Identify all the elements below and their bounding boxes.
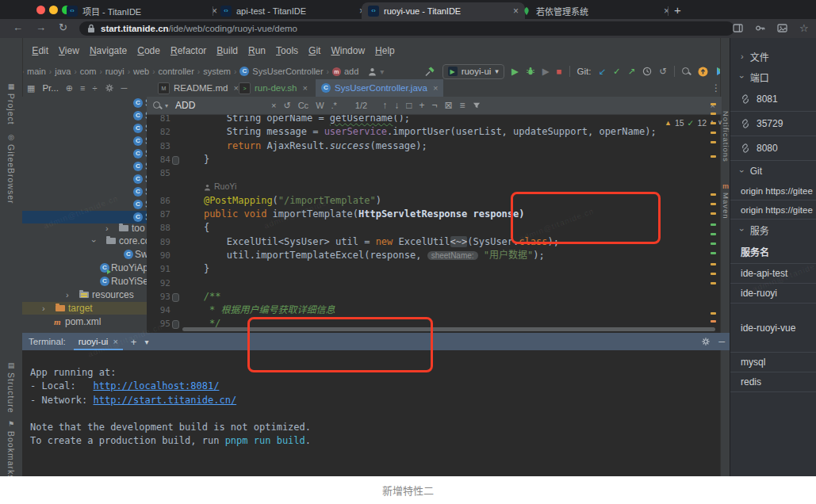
tree-row[interactable]: CS [22,97,147,109]
section-arrow-icon[interactable]: › [737,170,747,173]
media-icon[interactable] [777,23,787,33]
terminal-minimize-icon[interactable]: ─ [718,337,725,346]
tree-row[interactable]: CS [22,160,147,173]
sidebar-section-header[interactable]: ›文件 [730,46,816,67]
tree-arrow-icon[interactable]: › [90,239,99,242]
tree-row[interactable]: CSwa [22,248,147,261]
sidebar-item[interactable]: origin https://gitee [730,181,816,200]
build-hammer-icon[interactable] [424,66,435,77]
clear-search-icon[interactable]: × [271,101,276,110]
tree-row[interactable]: ›core.co [22,235,147,247]
tree-arrow-icon[interactable]: › [105,223,109,233]
tree-row[interactable]: ›resources [22,288,147,301]
tool-strip-button-giteebrowser[interactable]: ◎GiteeBrowser [0,133,22,204]
breadcrumb-item[interactable]: web [133,67,149,76]
tree-row[interactable]: CRuoYiSer [22,275,147,288]
tool-strip-button-project[interactable]: ▦Project [0,82,22,125]
search-history-icon[interactable]: ↺ [283,101,290,111]
tree-row[interactable]: ›target [22,302,147,315]
menu-item-git[interactable]: Git [308,45,320,56]
sidebar-item[interactable]: 8081 [730,87,816,112]
tree-arrow-icon[interactable]: › [66,290,69,300]
section-arrow-icon[interactable]: › [737,75,747,78]
tree-arrow-icon[interactable]: › [42,304,45,313]
fold-marker-icon[interactable] [172,156,179,165]
menu-item-run[interactable]: Run [248,45,266,56]
terminal-link[interactable]: http://start.titanide.cn/ [93,395,236,406]
tool-strip-button-structure[interactable]: ▤Structure [0,361,22,414]
rollback-icon[interactable]: ↺ [659,66,667,77]
tree-row[interactable]: CS [22,147,147,160]
mask-results-icon[interactable]: ⊠ [444,100,452,111]
words-toggle[interactable]: W [316,101,324,110]
git-push-icon[interactable]: ↗ [628,66,636,77]
menu-item-help[interactable]: Help [375,45,395,56]
fold-marker-icon[interactable] [172,320,179,329]
menu-item-navigate[interactable]: Navigate [90,45,127,56]
new-tab-button[interactable]: + [674,3,681,17]
run-button[interactable]: ▶ [511,66,519,77]
menu-item-window[interactable]: Window [331,45,365,56]
tree-row[interactable]: CRuoYiApp [22,262,147,274]
run-coverage-icon[interactable]: ▶ [542,66,550,77]
breadcrumb-method[interactable]: add [344,67,358,76]
update-notification-icon[interactable] [698,67,708,77]
breadcrumb-item[interactable]: main [27,67,46,76]
collapse-all-icon[interactable]: ÷ [93,83,98,93]
terminal-dropdown-icon[interactable]: ▾ [144,338,148,346]
sidebar-item[interactable]: 35729 [730,112,816,136]
section-arrow-icon[interactable]: › [741,52,744,61]
sidebar-item[interactable]: redis [730,372,816,392]
debug-bug-icon[interactable] [526,67,535,76]
editor-tab[interactable]: >run-dev.sh× [233,79,313,97]
tree-row[interactable]: CS [22,185,147,198]
expand-all-icon[interactable]: ≡ [80,83,85,93]
breadcrumb-item[interactable]: system [203,67,231,76]
macos-minimize-button[interactable] [49,6,58,14]
tree-row[interactable]: CS [22,122,147,135]
menu-item-tools[interactable]: Tools [276,45,298,56]
back-icon[interactable]: ← [13,21,23,33]
sidebar-section-header[interactable]: ›端口 [730,67,816,87]
menu-item-code[interactable]: Code [137,45,160,56]
sidebar-item[interactable]: 8080 [730,136,816,161]
breadcrumb-item[interactable]: ruoyi [105,67,125,76]
browser-tab[interactable]: ‹›项目 - TitanIDE× [60,2,224,19]
regex-toggle[interactable]: .* [331,101,337,110]
stop-button[interactable]: ■ [557,67,562,76]
search-mode-caret-icon[interactable]: ▾ [165,102,168,109]
sidebar-item[interactable]: origin https://gitee [730,200,816,220]
search-everywhere-icon[interactable] [682,67,691,76]
breadcrumb-item[interactable]: controller [159,67,194,76]
editor-tab[interactable]: MREADME.md× [152,79,244,97]
git-commit-check-icon[interactable]: ✓ [613,66,621,77]
forward-icon[interactable]: → [36,21,46,33]
multiline-search-icon[interactable]: ≡ [460,100,465,111]
menu-item-refactor[interactable]: Refactor [170,45,206,56]
browser-tab[interactable]: 若依管理系统× [515,2,676,19]
side-panel-icon[interactable] [733,23,743,33]
tree-row[interactable]: CS [22,135,147,147]
password-key-icon[interactable] [755,23,765,33]
browser-tab[interactable]: ‹›ruoyi-vue - TitanIDE× [362,2,525,19]
find-query-input[interactable]: ADD [175,100,264,111]
editor-tab-close-icon[interactable]: × [433,83,438,93]
panel-settings-gear-icon[interactable] [105,83,114,93]
sidebar-section-header[interactable]: ›Git [730,161,816,181]
locate-icon[interactable]: ⊕ [66,83,73,94]
tree-row[interactable]: mpom.xml [22,315,147,328]
terminal-link[interactable]: http://localhost:8081/ [93,380,219,391]
address-bar[interactable]: start.titanide.cn/ide/web/coding/ruoyi-v… [79,21,734,36]
error-stripe[interactable] [709,97,718,333]
menu-item-build[interactable]: Build [216,45,238,56]
menu-item-view[interactable]: View [59,45,79,56]
match-case-toggle[interactable]: Cc [298,101,308,110]
breadcrumb-class[interactable]: SysUserController [252,67,323,76]
breadcrumb-item[interactable]: com [80,67,97,76]
add-selection-icon[interactable]: + [419,100,424,111]
sidebar-item[interactable]: ide-ruoyi-vue [730,304,816,353]
filter-funnel-icon[interactable] [473,101,481,109]
sidebar-item[interactable]: 服务名 [730,240,816,264]
prev-match-icon[interactable]: ↑ [382,100,387,111]
browser-tab[interactable]: ‹›api-test - TitanIDE× [214,2,371,19]
